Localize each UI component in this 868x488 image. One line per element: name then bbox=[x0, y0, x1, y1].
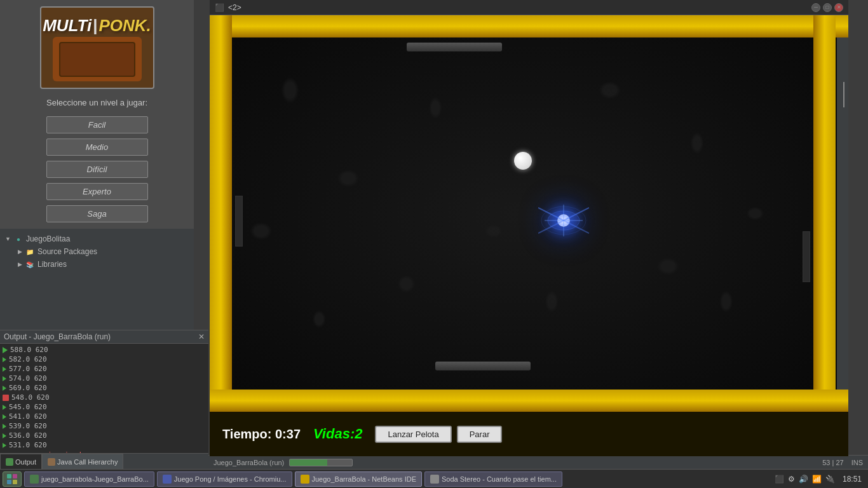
status-right: 53 | 27 INS bbox=[822, 459, 863, 466]
taskbar-netbeans-icon bbox=[301, 475, 309, 484]
progress-container bbox=[284, 459, 822, 466]
play-icon-3 bbox=[3, 367, 6, 372]
minimize-button[interactable]: ─ bbox=[811, 3, 820, 12]
taskbar-soda-label: Soda Stereo - Cuando pase el tiem... bbox=[442, 475, 557, 483]
game-logo: MULTi | PONK. bbox=[40, 6, 154, 89]
play-icon-10 bbox=[3, 433, 6, 438]
play-icon-1 bbox=[3, 347, 8, 353]
maximize-button[interactable]: □ bbox=[823, 3, 832, 12]
logo-multi-text: MULTi bbox=[43, 16, 92, 36]
top-bar-paddle bbox=[407, 43, 502, 51]
network-icon[interactable]: 🔌 bbox=[825, 475, 835, 484]
stop-icon-6 bbox=[3, 395, 9, 401]
output-content: 588.0 620 582.0 620 577.0 620 574.0 620 … bbox=[0, 344, 208, 455]
gold-frame-right bbox=[813, 15, 836, 412]
output-panel: Output - Juego_BarraBola (run) ✕ 588.0 6… bbox=[0, 330, 208, 454]
logo-separator: | bbox=[93, 16, 97, 36]
select-level-label: Seleccione un nivel a jugar: bbox=[46, 98, 147, 107]
taskbar: juego_barrabola-Juego_BarraBo... Juego P… bbox=[0, 469, 868, 488]
wifi-icon[interactable]: 📶 bbox=[812, 475, 822, 484]
game-window: ⬛ <2> ─ □ ✕ bbox=[210, 0, 848, 456]
output-line-11: 531.0 620 bbox=[3, 440, 206, 450]
taskbar-item-chrome[interactable]: Juego Pong / Imágenes - Chromiu... bbox=[157, 471, 292, 487]
tree-source-packages[interactable]: ▶ 📁 Source Packages bbox=[3, 245, 191, 258]
taskbar-barrabola-icon bbox=[30, 475, 39, 484]
output-line-8: 541.0 620 bbox=[3, 412, 206, 421]
game-menu-panel: MULTi | PONK. Seleccione un nivel a juga… bbox=[0, 0, 194, 229]
level-medio-button[interactable]: Medio bbox=[46, 139, 148, 156]
hud-lives: Vidas:2 bbox=[313, 426, 362, 442]
tab-java-call-hierarchy[interactable]: Java Call Hierarchy bbox=[42, 454, 123, 469]
output-line-5: 569.0 620 bbox=[3, 383, 206, 393]
hud-time: Tiempo: 0:37 bbox=[222, 427, 301, 442]
gold-frame-bottom bbox=[210, 390, 848, 412]
sound-icon[interactable]: 🔊 bbox=[799, 475, 808, 484]
left-paddle bbox=[235, 196, 243, 247]
logo-table-inner bbox=[59, 42, 135, 77]
gold-frame-top bbox=[210, 15, 848, 37]
output-line-2: 582.0 620 bbox=[3, 355, 206, 364]
level-dificil-button[interactable]: Difícil bbox=[46, 161, 148, 178]
level-experto-button[interactable]: Experto bbox=[46, 183, 148, 200]
start-icon bbox=[6, 473, 18, 485]
output-title: Output - Juego_BarraBola (run) bbox=[4, 332, 111, 341]
status-position: 53 | 27 bbox=[822, 459, 843, 466]
output-text-4: 574.0 620 bbox=[9, 374, 47, 383]
libraries-expand-icon: ▶ bbox=[18, 261, 22, 268]
game-ball bbox=[514, 152, 532, 170]
svg-rect-12 bbox=[7, 480, 11, 484]
output-text-10: 536.0 620 bbox=[9, 431, 47, 440]
window-controls: ─ □ ✕ bbox=[811, 3, 843, 12]
launch-ball-button[interactable]: Lanzar Pelota bbox=[375, 426, 451, 443]
logo-table bbox=[53, 37, 142, 81]
svg-rect-10 bbox=[7, 474, 11, 478]
game-bg bbox=[232, 37, 813, 390]
output-line-4: 574.0 620 bbox=[3, 374, 206, 383]
output-line-3: 577.0 620 bbox=[3, 364, 206, 374]
close-button[interactable]: ✕ bbox=[834, 3, 843, 12]
output-text-5: 569.0 620 bbox=[9, 383, 47, 393]
taskbar-item-netbeans[interactable]: Juego_BarraBola - NetBeans IDE bbox=[295, 471, 422, 487]
svg-rect-11 bbox=[13, 474, 17, 478]
libraries-label: Libraries bbox=[37, 260, 67, 269]
taskbar-soda-icon bbox=[430, 475, 439, 484]
gold-frame-left bbox=[210, 15, 232, 412]
right-paddle bbox=[803, 231, 810, 282]
project-name: JuegoBolitaa bbox=[26, 234, 70, 243]
play-icon-5 bbox=[3, 386, 6, 391]
tree-root-item[interactable]: ▼ ● JuegoBolitaa bbox=[3, 233, 191, 245]
taskbar-chrome-label: Juego Pong / Imágenes - Chromiu... bbox=[174, 475, 287, 483]
play-icon-2 bbox=[3, 357, 6, 362]
output-close-button[interactable]: ✕ bbox=[198, 332, 205, 341]
taskbar-barrabola-label: juego_barrabola-Juego_BarraBo... bbox=[41, 475, 149, 483]
libraries-icon: 📚 bbox=[25, 259, 35, 269]
bottom-bar-paddle bbox=[435, 362, 531, 370]
hud-buttons: Lanzar Pelota Parar bbox=[375, 426, 502, 443]
progress-bar bbox=[289, 459, 353, 466]
output-tab-label: Output bbox=[15, 458, 36, 466]
terminal-icon[interactable]: ⬛ bbox=[775, 475, 784, 484]
tab-output[interactable]: Output bbox=[0, 454, 42, 469]
level-facil-button[interactable]: Facil bbox=[46, 116, 148, 133]
progress-fill bbox=[290, 459, 327, 466]
call-hierarchy-tab-label: Java Call Hierarchy bbox=[57, 458, 118, 466]
output-text-9: 539.0 620 bbox=[9, 421, 47, 431]
taskbar-item-soda[interactable]: Soda Stereo - Cuando pase el tiem... bbox=[424, 471, 562, 487]
taskbar-start-button[interactable] bbox=[3, 471, 22, 487]
scroll-thumb[interactable] bbox=[843, 82, 844, 107]
game-scrollbar: ▲ ▼ bbox=[837, 15, 848, 412]
taskbar-item-barrabola[interactable]: juego_barrabola-Juego_BarraBo... bbox=[24, 471, 154, 487]
output-tab-icon bbox=[6, 458, 13, 466]
energy-rays-svg bbox=[538, 205, 589, 236]
stop-button[interactable]: Parar bbox=[457, 426, 503, 443]
titlebar-left: ⬛ <2> bbox=[215, 3, 241, 12]
level-saga-button[interactable]: Saga bbox=[46, 205, 148, 222]
output-text-3: 577.0 620 bbox=[9, 364, 47, 374]
logo-ponk-text: PONK. bbox=[98, 16, 151, 36]
output-line-7: 545.0 620 bbox=[3, 402, 206, 412]
taskbar-chrome-icon bbox=[163, 475, 172, 484]
tree-libraries[interactable]: ▶ 📚 Libraries bbox=[3, 258, 191, 271]
settings-icon[interactable]: ⚙ bbox=[788, 475, 795, 484]
logo-overlay: MULTi | PONK. bbox=[48, 13, 147, 38]
output-line-10: 536.0 620 bbox=[3, 431, 206, 440]
